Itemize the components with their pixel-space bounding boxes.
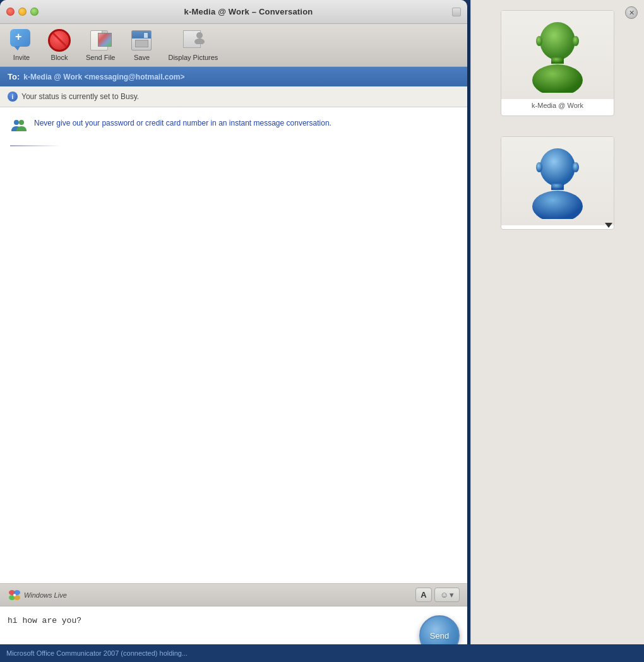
save-button[interactable]: Save bbox=[130, 29, 153, 61]
emoji-face-icon: ☺ bbox=[440, 590, 448, 600]
invite-label: Invite bbox=[13, 54, 30, 61]
contact1-name: k-Media @ Work bbox=[528, 99, 587, 112]
send-file-button[interactable]: Send File bbox=[86, 29, 115, 61]
svg-rect-17 bbox=[551, 184, 564, 190]
bottom-toolbar: Windows Live A ☺ ▾ bbox=[0, 584, 467, 606]
block-label: Block bbox=[51, 54, 68, 61]
avatar-dropdown-arrow[interactable] bbox=[605, 223, 612, 228]
svg-point-15 bbox=[536, 162, 542, 172]
invite-icon: + bbox=[10, 29, 33, 52]
windows-live-butterfly-icon bbox=[8, 588, 21, 602]
svg-point-1 bbox=[194, 38, 205, 44]
svg-rect-12 bbox=[551, 57, 564, 64]
save-label: Save bbox=[134, 54, 150, 61]
resize-button[interactable] bbox=[452, 8, 461, 16]
to-label: To: bbox=[8, 72, 20, 81]
send-file-label: Send File bbox=[86, 54, 115, 61]
invite-button[interactable]: + Invite bbox=[10, 29, 33, 61]
display-pictures-label: Display Pictures bbox=[168, 54, 218, 61]
to-field: To: k-Media @ Work <messaging@hotmail.co… bbox=[0, 67, 467, 86]
svg-point-0 bbox=[196, 32, 203, 38]
format-tools: A ☺ ▾ bbox=[415, 588, 460, 602]
bottom-taskbar: Microsoft Office Communicator 2007 (conn… bbox=[0, 644, 644, 662]
right-panel: ✕ bbox=[470, 0, 644, 662]
emoji-button[interactable]: ☺ ▾ bbox=[434, 588, 460, 602]
display-pictures-button[interactable]: Display Pictures bbox=[168, 29, 218, 61]
msn-buddy-icon bbox=[10, 117, 28, 135]
blue-avatar-icon bbox=[523, 143, 592, 219]
title-bar: k-Media @ Work – Conversation bbox=[0, 0, 467, 24]
chat-area: Never give out your password or credit c… bbox=[0, 107, 467, 584]
taskbar-text: Microsoft Office Communicator 2007 (conn… bbox=[6, 649, 188, 657]
blue-avatar-area bbox=[501, 137, 614, 225]
contact-card-blue bbox=[501, 136, 614, 230]
svg-point-16 bbox=[573, 162, 579, 172]
windows-live-logo: Windows Live bbox=[8, 588, 67, 602]
system-message: Never give out your password or credit c… bbox=[10, 117, 457, 135]
to-value: k-Media @ Work <messaging@hotmail.com> bbox=[23, 73, 184, 81]
plus-icon: + bbox=[15, 31, 22, 42]
font-button[interactable]: A bbox=[415, 588, 431, 602]
status-bar: i Your status is currently set to Busy. bbox=[0, 86, 467, 107]
svg-point-9 bbox=[540, 22, 575, 60]
svg-point-11 bbox=[573, 36, 579, 46]
message-input[interactable]: hi how are you? bbox=[8, 613, 413, 627]
svg-point-18 bbox=[532, 191, 583, 219]
svg-point-8 bbox=[13, 594, 16, 596]
svg-point-3 bbox=[19, 120, 24, 125]
info-icon: i bbox=[8, 92, 18, 102]
status-text: Your status is currently set to Busy. bbox=[21, 92, 139, 101]
chat-divider bbox=[10, 145, 61, 146]
traffic-lights bbox=[6, 8, 39, 16]
toolbar: + Invite Block Send File bbox=[0, 24, 467, 67]
minimize-button[interactable] bbox=[18, 8, 27, 16]
save-icon bbox=[130, 29, 153, 52]
send-file-icon bbox=[89, 29, 112, 52]
panel-close-button[interactable]: ✕ bbox=[625, 6, 638, 19]
block-button[interactable]: Block bbox=[48, 29, 71, 61]
window-title: k-Media @ Work – Conversation bbox=[45, 7, 452, 16]
maximize-button[interactable] bbox=[30, 8, 39, 16]
send-button-label: Send bbox=[430, 631, 449, 641]
svg-point-2 bbox=[14, 120, 19, 125]
close-button[interactable] bbox=[6, 8, 15, 16]
green-avatar-icon bbox=[523, 17, 592, 93]
chevron-down-icon: ▾ bbox=[450, 590, 454, 600]
svg-point-13 bbox=[532, 64, 583, 93]
windows-live-text: Windows Live bbox=[24, 591, 67, 599]
block-icon bbox=[48, 29, 71, 52]
system-message-text: Never give out your password or credit c… bbox=[34, 117, 331, 129]
svg-point-14 bbox=[540, 148, 575, 186]
svg-point-10 bbox=[536, 36, 542, 46]
green-avatar-area bbox=[501, 11, 614, 99]
contact-card-green: k-Media @ Work bbox=[501, 10, 614, 116]
conversation-window: k-Media @ Work – Conversation + Invite bbox=[0, 0, 467, 662]
display-pictures-icon bbox=[182, 29, 205, 52]
